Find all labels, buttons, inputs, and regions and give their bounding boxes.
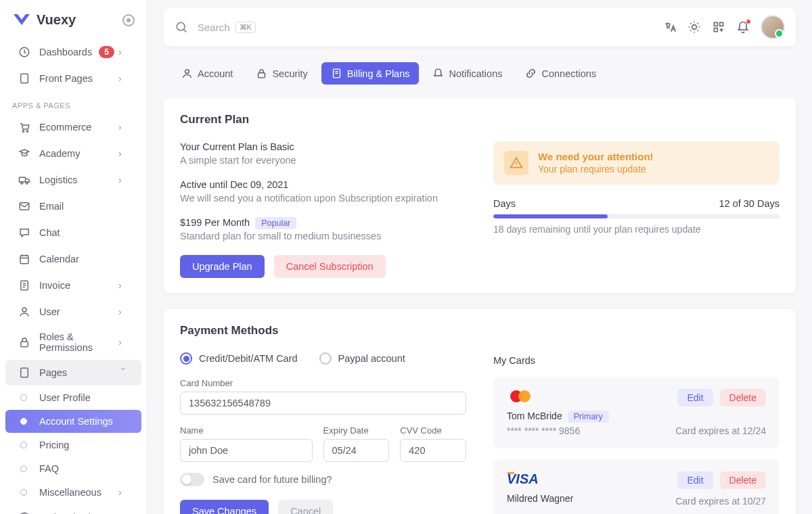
user-icon — [181, 68, 193, 79]
svg-point-2 — [22, 131, 24, 132]
chevron-right-icon: › — [118, 280, 129, 291]
sidebar-item-invoice[interactable]: Invoice › — [5, 273, 141, 298]
chevron-right-icon: › — [118, 337, 129, 348]
current-plan-title: Current Plan — [180, 113, 780, 126]
file-icon — [331, 68, 342, 79]
bell-icon[interactable] — [736, 20, 750, 34]
visa-icon: VISA — [507, 471, 549, 486]
search-placeholder[interactable]: Search — [198, 22, 230, 33]
edit-card-button[interactable]: Edit — [677, 389, 713, 406]
sidebar-sub-faq[interactable]: FAQ — [5, 457, 141, 480]
card-expiry: Card expires at 12/24 — [675, 425, 766, 436]
sidebar: Vuexy Dashboards 5 › Front Pages › APPS … — [0, 0, 148, 514]
link-icon — [525, 68, 537, 79]
sidebar-item-email[interactable]: Email — [5, 193, 141, 219]
upgrade-button[interactable]: Upgrade Plan — [180, 255, 265, 278]
save-card-label: Save card for future billing? — [212, 474, 332, 485]
sidebar-sub-misc[interactable]: Miscellaneous› — [5, 481, 141, 504]
tab-connections[interactable]: Connections — [516, 62, 606, 85]
dot-icon — [20, 489, 27, 496]
delete-card-button[interactable]: Delete — [720, 471, 766, 489]
name-input[interactable] — [180, 439, 313, 462]
tab-security[interactable]: Security — [246, 62, 317, 85]
user-icon — [18, 305, 31, 319]
svg-rect-11 — [21, 342, 28, 347]
radio-card[interactable]: Credit/Debit/ATM Card — [180, 352, 298, 365]
language-icon[interactable] — [663, 20, 677, 34]
logo[interactable]: Vuexy — [0, 7, 147, 39]
delete-card-button[interactable]: Delete — [720, 389, 766, 406]
dot-icon — [20, 442, 27, 448]
invoice-icon — [18, 279, 31, 292]
card-number-masked: **** **** **** 9856 — [507, 425, 609, 436]
apps-icon[interactable] — [712, 20, 725, 34]
sidebar-item-front-pages[interactable]: Front Pages › — [5, 66, 141, 91]
name-label: Name — [180, 425, 313, 436]
sidebar-sub-user-profile[interactable]: User Profile — [5, 386, 141, 409]
plan-price-desc: Standard plan for small to medium busine… — [180, 231, 466, 241]
sidebar-item-roles[interactable]: Roles & Permissions › — [5, 325, 141, 359]
sidebar-item-logistics[interactable]: Logistics › — [5, 167, 141, 193]
svg-rect-1 — [21, 74, 28, 83]
sidebar-item-calendar[interactable]: Calendar — [5, 246, 141, 272]
sidebar-sub-pricing[interactable]: Pricing — [5, 434, 141, 457]
radio-paypal[interactable]: Paypal account — [319, 352, 405, 365]
expiry-label: Expiry Date — [323, 425, 390, 436]
radio-icon — [180, 352, 192, 365]
days-remaining: 18 days remaining until your plan requir… — [493, 224, 780, 235]
svg-rect-19 — [258, 73, 265, 78]
dot-icon — [20, 394, 27, 401]
search-icon[interactable] — [175, 20, 188, 34]
cancel-subscription-button[interactable]: Cancel Subscription — [274, 255, 386, 278]
chevron-right-icon: › — [118, 122, 129, 133]
card-holder-name: Mildred Wagner — [507, 493, 573, 504]
plan-active-desc: We will send you a notification upon Sub… — [180, 193, 466, 204]
tab-notifications[interactable]: Notifications — [423, 62, 512, 85]
chevron-right-icon: › — [118, 174, 129, 185]
sidebar-sub-account-settings[interactable]: Account Settings — [5, 410, 141, 433]
mail-icon — [18, 200, 31, 213]
search-shortcut: ⌘K — [235, 22, 256, 33]
svg-rect-15 — [714, 22, 717, 26]
sidebar-item-academy[interactable]: Academy › — [5, 141, 141, 166]
expiry-input[interactable] — [323, 439, 390, 462]
sidebar-item-user[interactable]: User › — [5, 299, 141, 325]
theme-icon[interactable] — [687, 20, 701, 34]
cvv-input[interactable] — [400, 439, 466, 462]
attention-alert: We need your attention! Your plan requir… — [493, 141, 780, 185]
chevron-right-icon: › — [118, 487, 129, 498]
days-value: 12 of 30 Days — [719, 198, 780, 209]
alert-subtitle: Your plan requires update — [538, 164, 654, 174]
svg-point-18 — [185, 70, 189, 74]
card-expiry: Card expires at 10/27 — [675, 496, 766, 507]
collapse-icon[interactable] — [122, 14, 135, 26]
svg-rect-24 — [508, 472, 514, 474]
edit-card-button[interactable]: Edit — [677, 471, 713, 489]
tab-billing[interactable]: Billing & Plans — [321, 62, 420, 85]
chevron-right-icon: › — [118, 47, 129, 57]
sidebar-item-ecommerce[interactable]: Ecommerce › — [5, 114, 141, 140]
card-number-label: Card Number — [180, 378, 466, 388]
svg-rect-8 — [20, 256, 28, 264]
lock-icon — [256, 68, 267, 79]
brand-name: Vuexy — [37, 12, 76, 28]
radio-icon — [319, 352, 332, 365]
calendar-icon — [18, 252, 31, 266]
tab-account[interactable]: Account — [172, 62, 242, 85]
sidebar-item-pages[interactable]: Pages › — [5, 360, 141, 386]
avatar[interactable] — [761, 15, 785, 39]
cart-icon — [18, 120, 31, 134]
sidebar-item-authentication[interactable]: Authentication › — [5, 505, 141, 514]
card-number-input[interactable] — [180, 392, 466, 415]
lock-icon — [18, 335, 31, 349]
sidebar-item-chat[interactable]: Chat — [5, 220, 141, 246]
plan-desc: A simple start for everyone — [180, 155, 466, 166]
section-apps-pages: APPS & PAGES — [0, 92, 147, 114]
save-card-toggle[interactable] — [180, 473, 204, 486]
save-changes-button[interactable]: Save Changes — [180, 500, 269, 514]
sidebar-item-dashboards[interactable]: Dashboards 5 › — [5, 39, 141, 65]
primary-badge: Primary — [568, 411, 609, 423]
svg-rect-4 — [20, 177, 26, 182]
chevron-right-icon: › — [118, 148, 129, 159]
cancel-button[interactable]: Cancel — [278, 500, 333, 514]
